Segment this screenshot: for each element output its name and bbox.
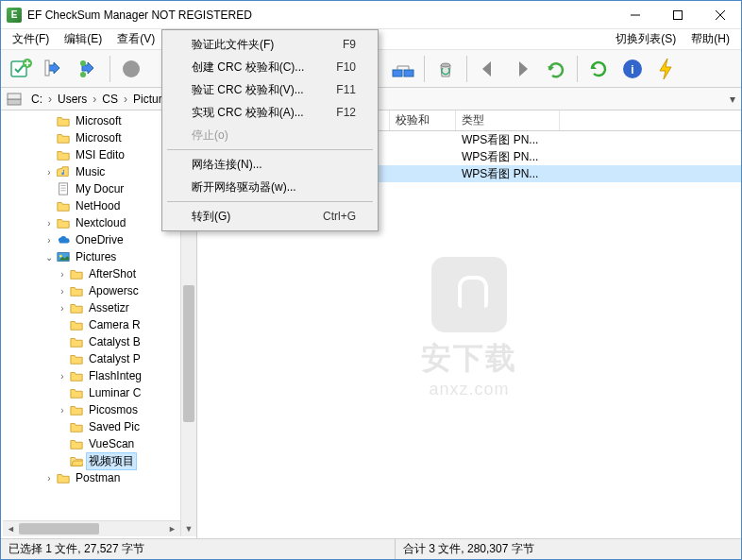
tree-item[interactable]: ⌄Pictures bbox=[3, 248, 180, 265]
statusbar: 已选择 1 文件, 27,527 字节 合计 3 文件, 280,307 字节 bbox=[1, 538, 741, 559]
folder-icon bbox=[69, 402, 84, 417]
breadcrumb-item[interactable]: C: bbox=[27, 88, 46, 110]
tree-item[interactable]: ›视频项目 bbox=[3, 452, 180, 469]
menu-item[interactable]: 编辑(E) bbox=[57, 29, 110, 49]
tree-item[interactable]: ›AfterShot bbox=[3, 265, 180, 282]
toolbar-separator bbox=[466, 56, 467, 82]
lightning-button[interactable] bbox=[650, 53, 683, 85]
column-header[interactable]: 校验和 bbox=[390, 110, 456, 130]
scroll-right-icon[interactable]: ► bbox=[164, 521, 180, 536]
tree-item[interactable]: ›Apowersc bbox=[3, 282, 180, 299]
menu-item[interactable]: 帮助(H) bbox=[683, 29, 737, 49]
tree-item[interactable]: ›Picosmos bbox=[3, 401, 180, 418]
chevron-right-icon[interactable]: › bbox=[56, 405, 69, 416]
folder-icon bbox=[69, 317, 84, 332]
scroll-down-icon[interactable]: ▼ bbox=[181, 520, 196, 536]
folder-icon bbox=[56, 470, 71, 485]
dropdown-item[interactable]: 断开网络驱动器(w)... bbox=[165, 176, 375, 198]
tree-item[interactable]: ›Microsoft bbox=[3, 112, 180, 129]
tree-item[interactable]: ›Microsoft bbox=[3, 129, 180, 146]
tree-item[interactable]: ›MSI Edito bbox=[3, 146, 180, 163]
back-button[interactable] bbox=[472, 53, 504, 85]
folder-icon bbox=[56, 198, 71, 213]
folder-icon bbox=[69, 283, 84, 298]
dropdown-item[interactable]: 转到(G)Ctrl+G bbox=[165, 205, 375, 228]
breadcrumb-item[interactable]: Pictur bbox=[129, 88, 166, 110]
status-right: 合计 3 文件, 280,307 字节 bbox=[396, 539, 741, 559]
pathbar-dropdown-icon[interactable]: ▾ bbox=[724, 93, 741, 106]
drive-icon bbox=[5, 90, 24, 109]
network-button[interactable] bbox=[387, 53, 419, 85]
minimize-button[interactable] bbox=[614, 1, 656, 29]
pictures-icon bbox=[56, 249, 71, 264]
watermark: 安下载 anxz.com bbox=[421, 256, 517, 399]
extras-dropdown: 验证此文件夹(F)F9创建 CRC 校验和(C)...F10验证 CRC 校验和… bbox=[161, 29, 379, 231]
chevron-down-icon[interactable]: ⌄ bbox=[42, 252, 56, 263]
tree-item[interactable]: ›OneDrive bbox=[3, 231, 180, 248]
dropdown-item[interactable]: 验证 CRC 校验和(V)...F11 bbox=[165, 78, 375, 101]
chevron-right-icon[interactable]: › bbox=[42, 235, 56, 246]
tree-item[interactable]: ›Music bbox=[3, 163, 180, 180]
recycle-button[interactable] bbox=[430, 53, 462, 85]
tree-item[interactable]: ›Saved Pic bbox=[3, 418, 180, 435]
tree-item-label: Catalyst B bbox=[86, 334, 143, 349]
tree-item[interactable]: ›Assetizr bbox=[3, 299, 180, 316]
svg-rect-3 bbox=[45, 60, 49, 76]
svg-point-6 bbox=[123, 60, 140, 77]
tree-item-label: Assetizr bbox=[86, 300, 132, 315]
tree-item[interactable]: ›Postman bbox=[3, 469, 180, 486]
svg-rect-13 bbox=[8, 99, 21, 105]
maximize-button[interactable] bbox=[656, 1, 699, 29]
tree-item[interactable]: ›Catalyst B bbox=[3, 333, 180, 350]
breadcrumb-item[interactable]: Users bbox=[54, 88, 91, 110]
info-button[interactable]: i bbox=[616, 53, 649, 85]
scroll-left-icon[interactable]: ◄ bbox=[3, 521, 19, 536]
menu-item[interactable]: 查看(V) bbox=[110, 29, 162, 49]
chevron-right-icon: › bbox=[122, 93, 129, 106]
table-cell: WPS看图 PN... bbox=[456, 149, 560, 165]
app-icon: E bbox=[7, 8, 22, 23]
tree-scrollbar-h[interactable]: ◄ ► bbox=[3, 520, 180, 536]
tree-item-label: Camera R bbox=[86, 317, 143, 332]
refresh-button[interactable] bbox=[582, 53, 615, 85]
tree-item[interactable]: ›Nextcloud bbox=[3, 214, 180, 231]
svg-point-17 bbox=[59, 255, 62, 258]
folder-icon bbox=[69, 334, 84, 349]
tree-item-label: AfterShot bbox=[86, 266, 139, 281]
chevron-right-icon[interactable]: › bbox=[42, 167, 56, 178]
verify-button-1[interactable] bbox=[39, 53, 71, 85]
menu-item[interactable]: 文件(F) bbox=[5, 29, 57, 49]
column-header[interactable]: 类型 bbox=[456, 110, 560, 130]
dropdown-item[interactable]: 实现 CRC 校验和(A)...F12 bbox=[165, 101, 375, 124]
chevron-right-icon[interactable]: › bbox=[42, 218, 56, 229]
tree-item[interactable]: ›My Docur bbox=[3, 180, 180, 197]
folder-icon bbox=[69, 385, 84, 400]
dropdown-item[interactable]: 创建 CRC 校验和(C)...F10 bbox=[165, 56, 375, 78]
record-button[interactable] bbox=[115, 53, 147, 85]
tree-item[interactable]: ›Camera R bbox=[3, 316, 180, 333]
chevron-right-icon[interactable]: › bbox=[56, 286, 69, 297]
tree-item-label: Apowersc bbox=[86, 283, 142, 298]
dropdown-item[interactable]: 验证此文件夹(F)F9 bbox=[165, 33, 375, 56]
forward-button[interactable] bbox=[506, 53, 538, 85]
tree-item[interactable]: ›Catalyst P bbox=[3, 350, 180, 367]
undo-button[interactable] bbox=[540, 53, 572, 85]
menu-item[interactable]: 切换列表(S) bbox=[608, 29, 683, 49]
chevron-right-icon[interactable]: › bbox=[56, 303, 69, 314]
close-button[interactable] bbox=[699, 1, 741, 29]
tree-item[interactable]: ›FlashInteg bbox=[3, 367, 180, 384]
breadcrumb-item[interactable]: CS bbox=[98, 88, 122, 110]
tree-item[interactable]: ›NetHood bbox=[3, 197, 180, 214]
dropdown-item[interactable]: 网络连接(N)... bbox=[165, 153, 375, 176]
tree-item[interactable]: ›Luminar C bbox=[3, 384, 180, 401]
svg-rect-0 bbox=[673, 10, 682, 19]
chevron-right-icon[interactable]: › bbox=[56, 269, 69, 280]
svg-rect-14 bbox=[8, 93, 21, 99]
new-checksum-button[interactable] bbox=[5, 53, 37, 85]
verify-button-2[interactable] bbox=[73, 53, 105, 85]
chevron-right-icon[interactable]: › bbox=[42, 473, 56, 484]
chevron-right-icon[interactable]: › bbox=[56, 371, 69, 382]
tree-item[interactable]: ›VueScan bbox=[3, 435, 180, 452]
tree-item-label: Microsoft bbox=[73, 130, 125, 145]
tree-item-label: MSI Edito bbox=[73, 147, 127, 162]
